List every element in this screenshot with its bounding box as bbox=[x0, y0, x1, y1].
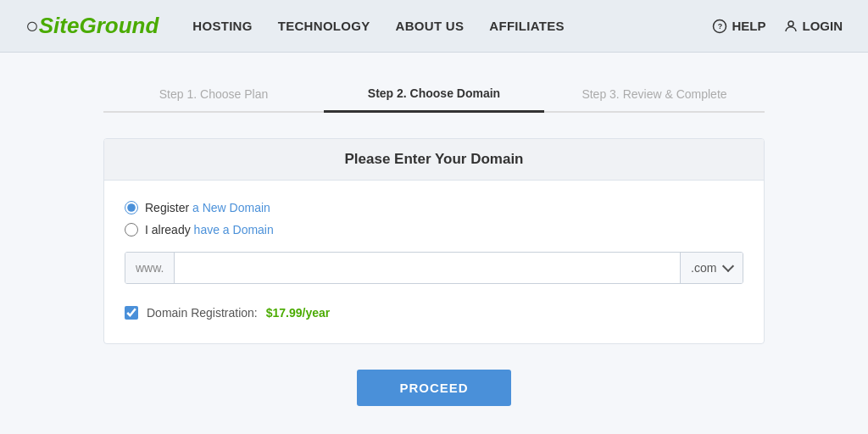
domain-card: Please Enter Your Domain Register a New … bbox=[103, 138, 765, 344]
nav-technology[interactable]: TECHNOLOGY bbox=[278, 19, 370, 33]
chevron-down-icon bbox=[722, 260, 734, 272]
domain-prefix: www. bbox=[125, 253, 175, 283]
login-label: LOGIN bbox=[803, 19, 843, 33]
proceed-container: PROCEED bbox=[103, 370, 765, 406]
steps-bar: Step 1. Choose Plan Step 2. Choose Domai… bbox=[103, 86, 765, 113]
register-label: Register a New Domain bbox=[145, 201, 270, 214]
svg-point-2 bbox=[788, 21, 793, 26]
registration-checkbox[interactable] bbox=[125, 306, 138, 320]
login-link[interactable]: LOGIN bbox=[783, 19, 843, 34]
header-right: ? HELP LOGIN bbox=[712, 19, 843, 34]
registration-row: Domain Registration: $17.99/year bbox=[125, 299, 743, 326]
existing-label: I already have a Domain bbox=[145, 223, 274, 236]
logo-text: ○SiteGround bbox=[25, 13, 159, 38]
domain-input-row: www. .com .net .org .info .biz bbox=[125, 252, 743, 284]
domain-suffix[interactable]: .com .net .org .info .biz bbox=[680, 253, 743, 283]
registration-label: Domain Registration: bbox=[147, 306, 258, 320]
card-header: Please Enter Your Domain bbox=[104, 139, 764, 181]
step-3: Step 3. Review & Complete bbox=[544, 87, 765, 113]
help-icon: ? bbox=[712, 19, 727, 34]
step-1: Step 1. Choose Plan bbox=[103, 87, 324, 113]
existing-option: I already have a Domain bbox=[125, 223, 743, 236]
main-content: Step 1. Choose Plan Step 2. Choose Domai… bbox=[86, 53, 782, 434]
site-header: ○SiteGround HOSTING TECHNOLOGY ABOUT US … bbox=[0, 0, 868, 53]
help-link[interactable]: ? HELP bbox=[712, 19, 765, 34]
domain-tld-select[interactable]: .com .net .org .info .biz bbox=[691, 261, 717, 275]
have-domain-link[interactable]: have a Domain bbox=[194, 223, 274, 236]
help-label: HELP bbox=[732, 19, 765, 33]
svg-text:?: ? bbox=[718, 22, 723, 31]
domain-input[interactable] bbox=[175, 253, 680, 283]
nav-about-us[interactable]: ABOUT US bbox=[396, 19, 465, 33]
card-body: Register a New Domain I already have a D… bbox=[104, 181, 764, 343]
register-option: Register a New Domain bbox=[125, 201, 743, 214]
step-2: Step 2. Choose Domain bbox=[324, 86, 544, 113]
main-nav: HOSTING TECHNOLOGY ABOUT US AFFILIATES bbox=[192, 19, 712, 33]
nav-hosting[interactable]: HOSTING bbox=[192, 19, 252, 33]
proceed-button[interactable]: PROCEED bbox=[357, 370, 510, 406]
new-domain-link[interactable]: a New Domain bbox=[192, 201, 270, 214]
site-logo: ○SiteGround bbox=[25, 13, 159, 39]
login-icon bbox=[783, 19, 798, 34]
existing-radio[interactable] bbox=[125, 223, 138, 236]
nav-affiliates[interactable]: AFFILIATES bbox=[489, 19, 565, 33]
registration-price: $17.99/year bbox=[266, 306, 331, 320]
register-radio[interactable] bbox=[125, 201, 138, 214]
